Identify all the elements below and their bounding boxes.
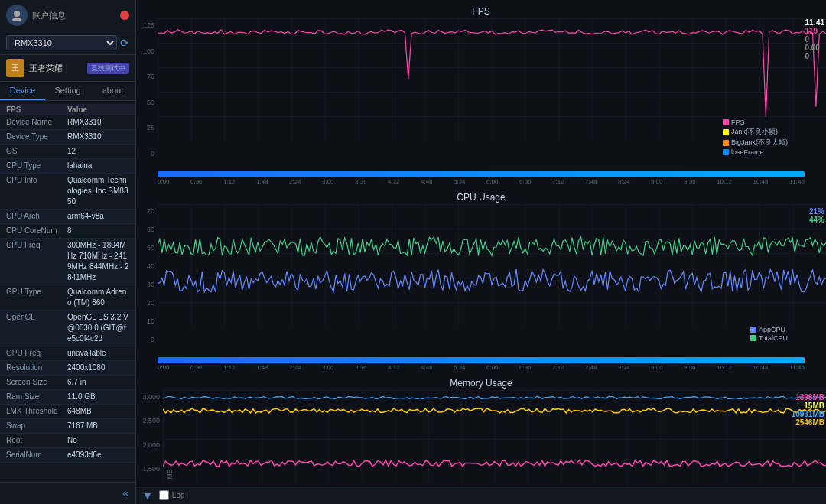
user-avatar: 王 bbox=[6, 59, 24, 77]
svg-point-0 bbox=[14, 11, 20, 17]
cpu-chart-wrapper: 706050403020100 21% 44% AppCPU bbox=[136, 204, 826, 357]
y-axis-label: 75 bbox=[147, 73, 154, 80]
mem-chart-title: Memory Usage bbox=[136, 375, 826, 390]
info-key: CPU CoreNum bbox=[6, 226, 67, 236]
y-axis-label: 60 bbox=[147, 226, 154, 233]
info-col-key-header: FPS bbox=[6, 106, 67, 114]
tab-device[interactable]: Device bbox=[0, 82, 45, 100]
fps-timeline-bar[interactable] bbox=[158, 171, 805, 177]
info-val: RMX3310 bbox=[67, 117, 101, 128]
info-key: SerialNum bbox=[6, 450, 67, 460]
svg-point-1 bbox=[12, 18, 21, 21]
info-val: 6.7 in bbox=[67, 377, 86, 388]
info-key: Screen Size bbox=[6, 377, 67, 388]
info-row: CPU Freq300MHz - 1804MHz 710MHz - 2419MH… bbox=[0, 239, 135, 285]
fps-legend-jank-dot bbox=[723, 129, 729, 135]
timeline-label: 0:36 bbox=[190, 178, 203, 185]
info-row: LMK Threshold648MB bbox=[0, 405, 135, 419]
info-row: CPU Typelahaina bbox=[0, 159, 135, 174]
tab-about[interactable]: about bbox=[90, 82, 135, 100]
tab-setting[interactable]: Setting bbox=[45, 82, 90, 100]
timeline-label: 10:12 bbox=[717, 364, 732, 371]
sidebar-header: 账户信息 bbox=[0, 0, 135, 31]
log-checkbox[interactable] bbox=[159, 490, 169, 500]
cpu-timeline-bar[interactable] bbox=[158, 357, 805, 363]
y-axis-label: 50 bbox=[147, 99, 154, 106]
info-table: FPS Value Device NameRMX3310Device TypeR… bbox=[0, 101, 135, 482]
info-val: Qualcomm Technologies, Inc SM8350 bbox=[67, 175, 129, 207]
fps-right-values: 11:41 119 0 0.00 0 bbox=[805, 18, 824, 60]
cpu-legend: AppCPU TotalCPU bbox=[750, 326, 788, 342]
username: 王者荣耀 bbox=[29, 63, 63, 74]
fps-legend-bigjank: BigJank(不良大帧) bbox=[723, 138, 788, 148]
info-row: OpenGLOpenGL ES 3.2 V@0530.0 (GIT@fe5c0f… bbox=[0, 311, 135, 346]
mem-chart-area: MB 1398MB 15MB 10931MB 2546MB Memory bbox=[163, 390, 826, 486]
info-val: 648MB bbox=[67, 406, 92, 417]
info-row: Ram Size11.0 GB bbox=[0, 390, 135, 405]
cpu-legend-total-dot bbox=[750, 335, 756, 341]
timeline-label: 7:48 bbox=[585, 178, 597, 185]
timeline-label: 6:36 bbox=[519, 178, 532, 185]
y-axis-label: 2,500 bbox=[142, 417, 160, 424]
timeline-label: 7:48 bbox=[585, 364, 597, 371]
charts-area[interactable]: FPS 1251007550250 bbox=[136, 0, 826, 486]
fps-legend-bigjank-label: BigJank(不良大帧) bbox=[731, 138, 788, 148]
fps-chart-area: 11:41 119 0 0.00 0 FPS bbox=[158, 18, 826, 171]
timeline-label: 11:45 bbox=[789, 178, 805, 185]
y-axis-label: 0 bbox=[151, 150, 154, 158]
timeline-label: 1:12 bbox=[223, 364, 236, 371]
refresh-icon[interactable]: ⟳ bbox=[120, 37, 129, 49]
fps-legend-frame-label: loseFrame bbox=[731, 148, 764, 156]
timeline-label: 6:36 bbox=[519, 364, 532, 371]
mem-virtual-val: 10931MB bbox=[792, 410, 824, 418]
cpu-app-val: 21% bbox=[809, 207, 824, 216]
mem-y-axis: 3,0002,5002,0001,5001,0005000 bbox=[136, 390, 163, 486]
mem-avail-val: 2546MB bbox=[792, 418, 824, 427]
status-dot bbox=[120, 11, 129, 20]
info-key: Device Type bbox=[6, 132, 67, 142]
cpu-chart-title: CPU Usage bbox=[136, 189, 826, 204]
timeline-label: 0:36 bbox=[190, 364, 203, 371]
bottom-arrow-icon[interactable]: ▼ bbox=[142, 489, 153, 502]
y-axis-label: 20 bbox=[147, 299, 154, 307]
mem-swap-val: 15MB bbox=[792, 402, 824, 410]
timeline-label: 3:36 bbox=[355, 364, 367, 371]
fps-legend-frame: loseFrame bbox=[723, 148, 788, 156]
info-key: Resolution bbox=[6, 363, 67, 373]
timeline-label: 3:36 bbox=[355, 178, 367, 185]
cpu-legend-total: TotalCPU bbox=[750, 334, 788, 342]
y-axis-label: 25 bbox=[147, 124, 154, 132]
info-val: 2400x1080 bbox=[67, 363, 106, 373]
info-val: RMX3310 bbox=[67, 132, 101, 142]
fps-bigjank-val: 0.00 bbox=[805, 44, 819, 52]
collapse-icon[interactable]: « bbox=[122, 486, 129, 500]
y-axis-label: 40 bbox=[147, 262, 154, 270]
timeline-label: 5:24 bbox=[454, 178, 466, 185]
info-val: lahaina bbox=[67, 161, 92, 171]
log-checkbox-label[interactable]: Log bbox=[159, 490, 185, 500]
info-val: arm64-v8a bbox=[67, 211, 104, 222]
mem-right-values: 1398MB 15MB 10931MB 2546MB bbox=[792, 393, 824, 427]
y-axis-label: 50 bbox=[147, 244, 154, 252]
info-header: FPS Value bbox=[0, 104, 135, 115]
timeline-label: 6:00 bbox=[486, 178, 499, 185]
info-key: OpenGL bbox=[6, 312, 67, 323]
info-val: 300MHz - 1804MHz 710MHz - 2419MHz 844MHz… bbox=[67, 240, 129, 283]
mode-badge[interactable]: 竞技测试中 bbox=[87, 63, 129, 74]
info-val: unavailable bbox=[67, 348, 106, 359]
cpu-legend-app-label: AppCPU bbox=[759, 326, 785, 333]
cpu-total-val: 44% bbox=[809, 216, 824, 224]
device-select[interactable]: RMX3310 bbox=[6, 35, 117, 50]
info-row: GPU TypeQualcomm Adreno (TM) 660 bbox=[0, 285, 135, 311]
info-key: CPU Type bbox=[6, 161, 67, 171]
y-axis-label: 70 bbox=[147, 207, 154, 215]
cpu-legend-app-dot bbox=[750, 327, 756, 333]
timeline-label: 9:00 bbox=[651, 178, 663, 185]
info-key: OS bbox=[6, 146, 67, 157]
timeline-label: 1:48 bbox=[256, 364, 268, 371]
timeline-label: 9:00 bbox=[651, 364, 663, 371]
info-rows: Device NameRMX3310Device TypeRMX3310OS12… bbox=[0, 115, 135, 463]
info-val: 12 bbox=[67, 146, 76, 157]
timeline-label: 0:00 bbox=[158, 364, 170, 371]
info-key: Ram Size bbox=[6, 392, 67, 402]
